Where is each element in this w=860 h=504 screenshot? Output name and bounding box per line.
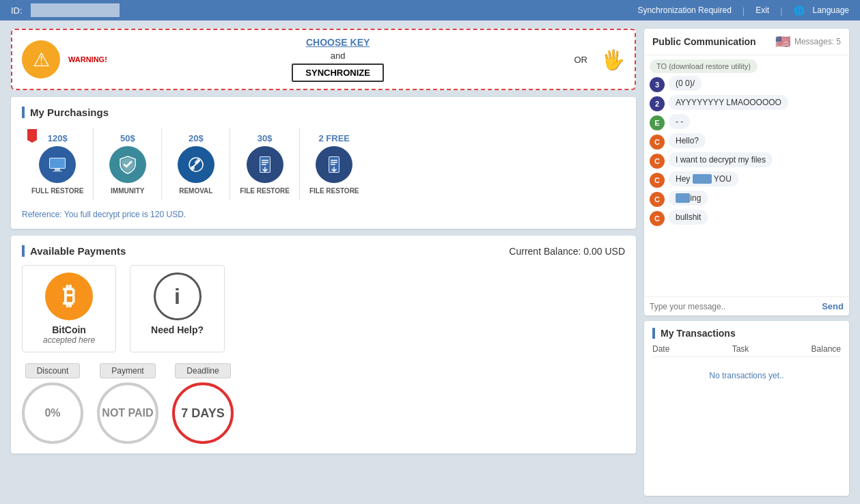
- language-link[interactable]: Language: [813, 5, 849, 15]
- msg-avatar-5: C: [650, 173, 665, 188]
- svg-rect-15: [331, 160, 337, 161]
- transactions-title: My Transactions: [652, 328, 841, 339]
- payment-label: Payment: [100, 363, 155, 378]
- sync-required-link[interactable]: Synchronization Required: [637, 5, 731, 15]
- chat-message-0: 3 (0 0)/: [650, 76, 844, 92]
- product-immunity[interactable]: 50$ IMMUNITY: [94, 128, 162, 200]
- msg-bubble-5: Hey YOU: [669, 171, 738, 186]
- msg-bubble-system: TO (download restore utility): [650, 59, 758, 73]
- discount-circle: 0%: [22, 382, 83, 444]
- svg-rect-12: [262, 164, 266, 165]
- right-panel: Public Communication 🇺🇸 Messages: 5 TO (…: [644, 29, 849, 496]
- products-row: 120$ FULL RESTORE 50$: [22, 128, 625, 200]
- product-price-1: 50$: [120, 133, 135, 143]
- product-price-0: 120$: [48, 133, 68, 143]
- product-file-restore-free[interactable]: 2 FREE FILE RESTORE: [300, 128, 369, 200]
- msg-bubble-1: AYYYYYYYY LMAOOOOOO: [669, 95, 788, 110]
- flag-icon: 🇺🇸: [775, 34, 790, 49]
- msg-avatar-0: 3: [650, 77, 665, 92]
- synchronize-button[interactable]: SYNCHRONIZE: [292, 64, 384, 82]
- msg-avatar-7: C: [650, 211, 665, 226]
- chat-card: Public Communication 🇺🇸 Messages: 5 TO (…: [644, 29, 849, 316]
- payment-options: ₿ BitCoin accepted here i Need Help?: [22, 265, 625, 352]
- product-file-restore-paid[interactable]: 30$ FILE RESTORE: [230, 128, 300, 200]
- col-date: Date: [652, 344, 669, 354]
- id-input[interactable]: [31, 3, 120, 17]
- col-task: Task: [732, 344, 749, 354]
- product-price-2: 20$: [189, 133, 204, 143]
- bitcoin-sub: accepted here: [43, 335, 95, 345]
- info-icon: i: [154, 272, 202, 320]
- product-label-0: FULL RESTORE: [31, 187, 83, 195]
- chat-input[interactable]: [650, 302, 818, 311]
- msg-avatar-2: E: [650, 115, 665, 130]
- chat-message-7: C bullshit: [650, 210, 844, 226]
- chat-message-2: E - -: [650, 114, 844, 130]
- topbar: ID: Synchronization Required | Exit | 🌐 …: [0, 0, 860, 20]
- msg-bubble-0: (0 0)/: [669, 76, 702, 91]
- payments-header: Available Payments Current Balance: 0.00…: [22, 245, 625, 257]
- deadline-circle: 7 DAYS: [172, 382, 234, 444]
- id-label: ID:: [11, 5, 23, 16]
- chat-message-4: C I want to decrypt my files: [650, 152, 844, 169]
- messages-count: Messages: 5: [794, 37, 841, 46]
- svg-rect-16: [331, 162, 337, 163]
- product-label-3: FILE RESTORE: [240, 187, 290, 195]
- svg-rect-7: [194, 158, 200, 165]
- product-label-1: IMMUNITY: [111, 187, 144, 195]
- exit-link[interactable]: Exit: [755, 5, 769, 15]
- balance-text: Current Balance: 0.00 USD: [509, 246, 625, 257]
- chat-message-1: 2 AYYYYYYYY LMAOOOOOO: [650, 95, 844, 111]
- transactions-card: My Transactions Date Task Balance No tra…: [644, 321, 849, 496]
- warning-icon: ⚠: [22, 40, 60, 79]
- warning-center: CHOOSE KEY and SYNCHRONIZE: [115, 37, 561, 82]
- msg-avatar-3: C: [650, 135, 665, 150]
- msg-bubble-3: Hello?: [669, 133, 706, 148]
- svg-rect-11: [262, 162, 268, 163]
- msg-avatar-6: C: [650, 192, 665, 207]
- transactions-cols: Date Task Balance: [652, 344, 841, 357]
- product-icon-3: [247, 146, 283, 183]
- help-name: Need Help?: [151, 324, 204, 335]
- product-full-restore[interactable]: 120$ FULL RESTORE: [22, 128, 94, 200]
- chat-message-5: C Hey YOU: [650, 171, 844, 188]
- and-text: and: [331, 51, 346, 61]
- product-price-4: 2 FREE: [318, 133, 350, 143]
- msg-bubble-7: bullshit: [669, 210, 708, 225]
- product-price-3: 30$: [258, 133, 273, 143]
- globe-icon: 🌐: [794, 5, 805, 16]
- product-icon-1: [109, 146, 146, 183]
- bitcoin-option[interactable]: ₿ BitCoin accepted here: [22, 265, 116, 352]
- product-label-4: FILE RESTORE: [309, 187, 359, 195]
- payment-circle: NOT PAID: [97, 382, 158, 444]
- payments-title: Available Payments: [22, 245, 126, 257]
- product-icon-0: [39, 146, 76, 183]
- purchasings-title: My Purchasings: [22, 107, 625, 118]
- redacted-span-5: [693, 174, 712, 184]
- help-option[interactable]: i Need Help?: [130, 265, 225, 352]
- chat-input-row: Send: [644, 296, 849, 316]
- send-button[interactable]: Send: [822, 301, 844, 311]
- svg-rect-17: [331, 164, 335, 165]
- choose-key-link[interactable]: CHOOSE KEY: [306, 37, 370, 48]
- redacted-span-6: [676, 193, 690, 203]
- bitcoin-name: BitCoin: [52, 324, 86, 335]
- discount-col: Discount 0%: [22, 363, 83, 444]
- msg-bubble-2: - -: [669, 114, 690, 129]
- product-removal[interactable]: 20$ REMOVAL: [162, 128, 230, 200]
- status-row: Discount 0% Payment NOT PAID Deadline 7 …: [22, 363, 625, 444]
- svg-rect-10: [262, 160, 268, 161]
- product-label-2: REMOVAL: [179, 187, 212, 195]
- msg-avatar-4: C: [650, 154, 665, 169]
- left-panel: ⚠ WARNING! CHOOSE KEY and SYNCHRONIZE OR…: [11, 29, 636, 496]
- col-balance: Balance: [812, 344, 841, 354]
- deadline-label: Deadline: [175, 363, 230, 378]
- msg-bubble-4: I want to decrypt my files: [669, 152, 773, 167]
- purchasings-card: My Purchasings 120$ FULL RESTORE: [11, 97, 636, 229]
- main: ⚠ WARNING! CHOOSE KEY and SYNCHRONIZE OR…: [0, 20, 860, 504]
- svg-rect-3: [50, 158, 65, 168]
- bitcoin-icon: ₿: [45, 272, 93, 320]
- product-icon-2: [178, 146, 214, 183]
- chat-title: Public Communication: [652, 36, 756, 47]
- or-text: OR: [574, 55, 588, 65]
